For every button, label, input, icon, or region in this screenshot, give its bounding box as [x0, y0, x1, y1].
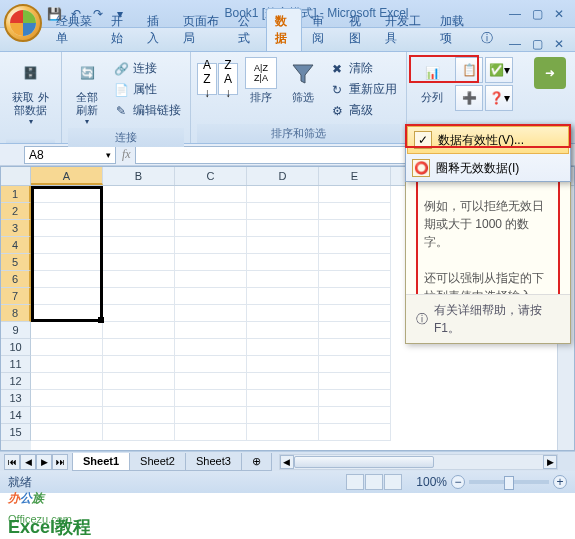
status-text: 就绪: [8, 474, 32, 491]
reapply-button[interactable]: ↻重新应用: [326, 80, 400, 99]
sheet-tab[interactable]: Sheet3: [185, 453, 242, 471]
advanced-icon: ⚙: [329, 103, 345, 119]
row-header[interactable]: 14: [1, 407, 31, 424]
scroll-thumb[interactable]: [294, 456, 434, 468]
advanced-filter-button[interactable]: ⚙高级: [326, 101, 400, 120]
row-header[interactable]: 7: [1, 288, 31, 305]
connections-button[interactable]: 🔗连接: [110, 59, 184, 78]
funnel-icon: [287, 57, 319, 89]
tab-home[interactable]: 开始: [103, 9, 137, 51]
row-header[interactable]: 9: [1, 322, 31, 339]
zoom-in-button[interactable]: +: [553, 475, 567, 489]
zoom-label: 100%: [416, 475, 447, 489]
office-button[interactable]: [4, 4, 42, 42]
circle-invalid-icon: ⭕: [412, 159, 430, 177]
sort-desc-button[interactable]: ZA↓: [218, 63, 238, 95]
help-icon[interactable]: ⓘ: [477, 26, 497, 51]
row-header[interactable]: 11: [1, 356, 31, 373]
sheet-tab[interactable]: Sheet2: [129, 453, 186, 471]
nav-first-icon[interactable]: ⏮: [4, 454, 20, 470]
row-header[interactable]: 3: [1, 220, 31, 237]
new-sheet-button[interactable]: ⊕: [241, 453, 272, 471]
row-header[interactable]: 4: [1, 237, 31, 254]
get-external-data-button[interactable]: 🗄️ 获取 外部数据 ▾: [6, 55, 55, 128]
tab-view[interactable]: 视图: [341, 9, 375, 51]
view-layout-button[interactable]: [365, 474, 383, 490]
row-header[interactable]: 6: [1, 271, 31, 288]
name-box[interactable]: A8 ▾: [24, 146, 116, 164]
sort-button[interactable]: A|ZZ|A 排序: [242, 55, 280, 106]
sort-icon: A|ZZ|A: [245, 57, 277, 89]
tab-layout[interactable]: 页面布局: [175, 9, 228, 51]
group-label-sort: 排序和筛选: [197, 124, 400, 143]
tab-addins[interactable]: 加载项: [432, 9, 475, 51]
row-header[interactable]: 12: [1, 373, 31, 390]
wb-restore[interactable]: ▢: [527, 37, 547, 51]
tab-review[interactable]: 审阅: [304, 9, 338, 51]
refresh-all-button[interactable]: 🔄 全部刷新 ▾: [68, 55, 106, 128]
remove-dup-button[interactable]: 📋: [455, 57, 483, 83]
workbook-controls: — ▢ ✕: [505, 37, 569, 51]
view-break-button[interactable]: [384, 474, 402, 490]
zoom-slider[interactable]: [469, 480, 549, 484]
sheet-tab-bar: ⏮ ◀ ▶ ⏭ Sheet1 Sheet2 Sheet3 ⊕ ◀ ▶: [0, 451, 575, 471]
zoom-out-button[interactable]: −: [451, 475, 465, 489]
filter-button[interactable]: 筛选: [284, 55, 322, 106]
row-header[interactable]: 8: [1, 305, 31, 322]
group-outline-button[interactable]: ➜: [531, 55, 569, 93]
edit-links-button[interactable]: ✎编辑链接: [110, 101, 184, 120]
tab-insert[interactable]: 插入: [139, 9, 173, 51]
nav-next-icon[interactable]: ▶: [36, 454, 52, 470]
row-header[interactable]: 2: [1, 203, 31, 220]
tooltip-footer: ⓘ 有关详细帮助，请按 F1。: [406, 294, 570, 343]
close-button[interactable]: ✕: [549, 7, 569, 21]
columns-icon: 📊: [416, 57, 448, 89]
view-buttons: [346, 474, 402, 490]
row-header[interactable]: 10: [1, 339, 31, 356]
row-header[interactable]: 1: [1, 186, 31, 203]
col-header[interactable]: D: [247, 167, 319, 185]
col-header[interactable]: E: [319, 167, 391, 185]
validation-icon: ✓: [414, 131, 432, 149]
whatif-button[interactable]: ❓▾: [485, 85, 513, 111]
col-header[interactable]: A: [31, 167, 103, 185]
properties-button[interactable]: 📄属性: [110, 80, 184, 99]
col-header[interactable]: C: [175, 167, 247, 185]
nav-prev-icon[interactable]: ◀: [20, 454, 36, 470]
row-header[interactable]: 5: [1, 254, 31, 271]
menu-circle-invalid[interactable]: ⭕ 圈释无效数据(I): [406, 155, 570, 181]
watermark-url: Officezu.com: [8, 513, 72, 525]
row-headers: 1 2 3 4 5 6 7 8 9 10 11 12 13 14 15: [1, 167, 31, 450]
scroll-left-icon[interactable]: ◀: [280, 455, 294, 469]
col-header[interactable]: B: [103, 167, 175, 185]
ribbon: 🗄️ 获取 外部数据 ▾ 🔄 全部刷新 ▾ 🔗连接 📄属性 ✎编辑链接 连接: [0, 52, 575, 144]
scroll-right-icon[interactable]: ▶: [543, 455, 557, 469]
tab-formula[interactable]: 公式: [230, 9, 264, 51]
menu-data-validation[interactable]: ✓ 数据有效性(V)...: [407, 126, 569, 154]
tab-data[interactable]: 数据: [266, 8, 302, 51]
minimize-button[interactable]: —: [505, 7, 525, 21]
tab-classic[interactable]: 经典菜单: [48, 9, 101, 51]
namebox-dropdown-icon[interactable]: ▾: [106, 150, 111, 160]
refresh-icon: 🔄: [71, 57, 103, 89]
fx-icon[interactable]: fx: [122, 147, 131, 162]
text-to-columns-button[interactable]: 📊 分列: [413, 55, 451, 106]
tooltip-p2: 例如，可以拒绝无效日期或大于 1000 的数字。: [424, 197, 552, 251]
consolidate-button[interactable]: ➕: [455, 85, 483, 111]
sheet-tab[interactable]: Sheet1: [72, 453, 130, 471]
clear-filter-button[interactable]: ✖清除: [326, 59, 400, 78]
maximize-button[interactable]: ▢: [527, 7, 547, 21]
external-data-icon: 🗄️: [15, 57, 47, 89]
row-header[interactable]: 15: [1, 424, 31, 441]
horizontal-scrollbar[interactable]: ◀ ▶: [279, 454, 558, 470]
view-normal-button[interactable]: [346, 474, 364, 490]
row-header[interactable]: 13: [1, 390, 31, 407]
select-all-corner[interactable]: [1, 167, 31, 186]
data-validation-split[interactable]: ✅▾: [485, 57, 513, 83]
nav-last-icon[interactable]: ⏭: [52, 454, 68, 470]
sort-asc-button[interactable]: AZ↓: [197, 63, 217, 95]
tab-dev[interactable]: 开发工具: [377, 9, 430, 51]
wb-close[interactable]: ✕: [549, 37, 569, 51]
wb-minimize[interactable]: —: [505, 37, 525, 51]
watermark-title: Excel教程: [8, 515, 91, 539]
